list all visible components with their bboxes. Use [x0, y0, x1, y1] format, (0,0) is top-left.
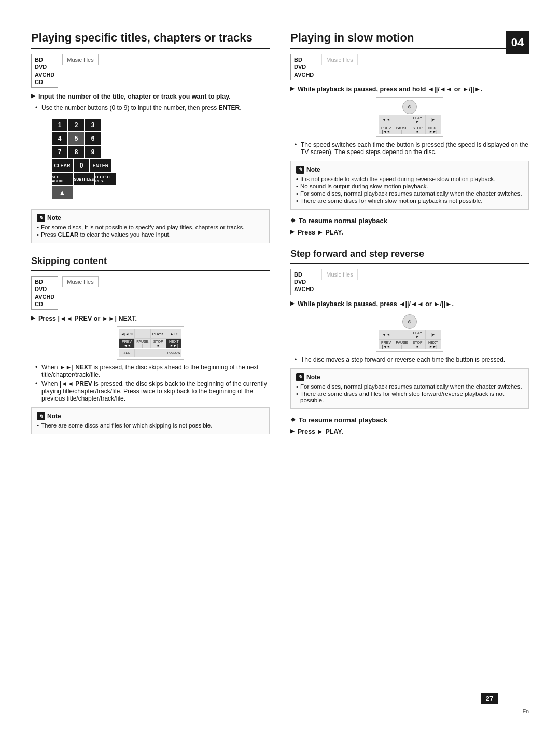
key-6: 6: [85, 132, 101, 145]
key-7: 7: [52, 146, 67, 158]
disc-labels-1: BD DVD AVCHD CD: [31, 54, 58, 88]
disc-avchd-r1: AVCHD: [294, 71, 314, 78]
keypad-row-4: CLEAR 0 ENTER: [52, 159, 116, 172]
resume-play-arrow-2: Press ► PLAY.: [290, 428, 529, 435]
note-icon-r1: ✎: [296, 166, 304, 174]
disc-avchd-2: AVCHD: [35, 293, 54, 300]
disc-bd: BD: [35, 56, 54, 63]
key-9: 9: [85, 146, 101, 158]
note-box-2: ✎ Note There are some discs and files fo…: [31, 407, 270, 434]
keypad-row-3: 7 8 9: [52, 146, 116, 158]
skip-bullet-1: When ►►| NEXT is pressed, the disc skips…: [31, 364, 270, 378]
key-2: 2: [68, 119, 84, 131]
key-up: ▲: [52, 186, 73, 199]
keypad-row-6: ▲: [52, 186, 116, 199]
key-0: 0: [74, 159, 89, 172]
disc-cd: CD: [35, 78, 54, 86]
disc-labels-r1: BD DVD AVCHD: [290, 54, 317, 80]
slow-motion-remote-diagram: ⊙ ◄|◄ PLAY► |► PREV|◄◄ PAUSE|| STOP■ NEX…: [290, 97, 529, 137]
music-files-badge-1: Music files: [62, 54, 98, 65]
note-item-r1-1: It is not possible to switch the speed d…: [296, 176, 523, 182]
keypad-row-2: 4 5 6: [52, 132, 116, 145]
key-4: 4: [52, 132, 67, 145]
note-item-1-1: For some discs, it is not possible to sp…: [37, 224, 264, 230]
music-files-badge-r2: Music files: [321, 269, 357, 280]
two-col-layout: Playing specific titles, chapters or tra…: [31, 31, 529, 709]
number-keypad: 1 2 3 4 5 6 7 8 9 CLEAR: [52, 119, 116, 199]
note-icon-2: ✎: [37, 412, 45, 420]
step-bullet-1: The disc moves a step forward or reverse…: [290, 356, 529, 363]
section-skipping: Skipping content BD DVD AVCHD CD Music f…: [31, 256, 270, 434]
note-item-r2-1: For some discs, normal playback resumes …: [296, 383, 523, 390]
disc-bd-2: BD: [35, 278, 54, 285]
disc-dvd-r2: DVD: [294, 278, 314, 285]
note-title-r1: ✎ Note: [296, 166, 523, 174]
key-8: 8: [68, 146, 84, 158]
key-3: 3: [85, 119, 101, 131]
disc-avchd-r2: AVCHD: [294, 285, 314, 293]
key-subtitles: SUBTITLES: [74, 173, 94, 185]
note-icon-1: ✎: [37, 214, 45, 222]
slow-motion-arrow: While playback is paused, press and hold…: [290, 86, 529, 93]
skip-remote-diagram: ◄|◄◄| PLAY► |►||► PREV|◄◄ PAUSE|| STOP■ …: [31, 326, 270, 360]
music-files-badge-r1: Music files: [321, 54, 357, 65]
disc-bd-r2: BD: [294, 271, 314, 278]
slow-motion-bullet-1: The speed switches each time the button …: [290, 141, 529, 156]
lang-label: En: [523, 709, 529, 714]
disc-badge-row-r1: BD DVD AVCHD Music files: [290, 54, 529, 80]
note-title-r2: ✎ Note: [296, 373, 523, 381]
page-footer: 27 En: [523, 708, 529, 714]
note-item-2-1: There are some discs and files for which…: [37, 422, 264, 429]
disc-dvd: DVD: [35, 63, 54, 71]
disc-badge-row-1: BD DVD AVCHD CD Music files: [31, 54, 270, 88]
disc-cd-2: CD: [35, 300, 54, 308]
section-slow-motion: Playing in slow motion BD DVD AVCHD Musi…: [290, 31, 529, 236]
note-title-2: ✎ Note: [37, 412, 264, 420]
key-secondary-audio: SEC. AUDIO: [52, 173, 73, 185]
skip-bullet-2: When |◄◄ PREV is pressed, the disc skips…: [31, 380, 270, 402]
enter-instruction: Use the number buttons (0 to 9) to input…: [31, 104, 270, 112]
page-container: Playing specific titles, chapters or tra…: [0, 0, 560, 730]
note-item-r1-4: There are some discs for which slow moti…: [296, 198, 523, 204]
resume-playback-heading-1: To resume normal playback: [290, 217, 529, 225]
disc-dvd-2: DVD: [35, 285, 54, 293]
note-item-r1-2: No sound is output during slow motion pl…: [296, 183, 523, 189]
section-step-forward: Step forward and step reverse BD DVD AVC…: [290, 249, 529, 435]
key-enter: ENTER: [90, 159, 111, 172]
note-item-r1-3: For some discs, normal playback resumes …: [296, 190, 523, 197]
skip-arrow: Press |◄◄ PREV or ►►| NEXT.: [31, 315, 270, 322]
disc-badge-row-2: BD DVD AVCHD CD Music files: [31, 276, 270, 310]
page-number: 27: [481, 693, 498, 704]
key-resolution: OUTPUT RES.: [95, 173, 116, 185]
note-item-1-2: Press CLEAR to clear the values you have…: [37, 231, 264, 238]
disc-labels-r2: BD DVD AVCHD: [290, 269, 317, 295]
step-remote-diagram: ⊙ ◄|◄ PLAY► |► PREV|◄◄ PAUSE|| STOP■ NEX…: [290, 312, 529, 352]
disc-dvd-r1: DVD: [294, 63, 314, 71]
disc-badge-row-r2: BD DVD AVCHD Music files: [290, 269, 529, 295]
note-title-1: ✎ Note: [37, 214, 264, 222]
section-playing-titles: Playing specific titles, chapters or tra…: [31, 31, 270, 243]
note-icon-r2: ✎: [296, 373, 304, 381]
step-forward-title: Step forward and step reverse: [290, 249, 529, 264]
keypad-row-1: 1 2 3: [52, 119, 116, 131]
music-files-badge-2: Music files: [62, 276, 98, 287]
chapter-badge: 04: [506, 31, 529, 54]
key-1: 1: [52, 119, 67, 131]
keypad-row-5: SEC. AUDIO SUBTITLES OUTPUT RES.: [52, 173, 116, 185]
resume-play-arrow-1: Press ► PLAY.: [290, 229, 529, 236]
disc-bd-r1: BD: [294, 56, 314, 63]
note-item-r2-2: There are some discs and files for which…: [296, 391, 523, 403]
key-clear: CLEAR: [52, 159, 73, 172]
left-column: Playing specific titles, chapters or tra…: [31, 31, 270, 709]
disc-labels-2: BD DVD AVCHD CD: [31, 276, 58, 310]
note-box-1: ✎ Note For some discs, it is not possibl…: [31, 209, 270, 243]
disc-avchd: AVCHD: [35, 71, 54, 78]
section2-title: Skipping content: [31, 256, 270, 271]
right-column: 04 Playing in slow motion BD DVD AVCHD M…: [290, 31, 529, 709]
step-forward-arrow: While playback is paused, press ◄||/◄◄ o…: [290, 300, 529, 308]
note-box-r1: ✎ Note It is not possible to switch the …: [290, 161, 529, 210]
section1-title: Playing specific titles, chapters or tra…: [31, 31, 270, 49]
note-box-r2: ✎ Note For some discs, normal playback r…: [290, 368, 529, 409]
key-5: 5: [68, 132, 84, 145]
slow-motion-title: Playing in slow motion: [290, 31, 529, 49]
